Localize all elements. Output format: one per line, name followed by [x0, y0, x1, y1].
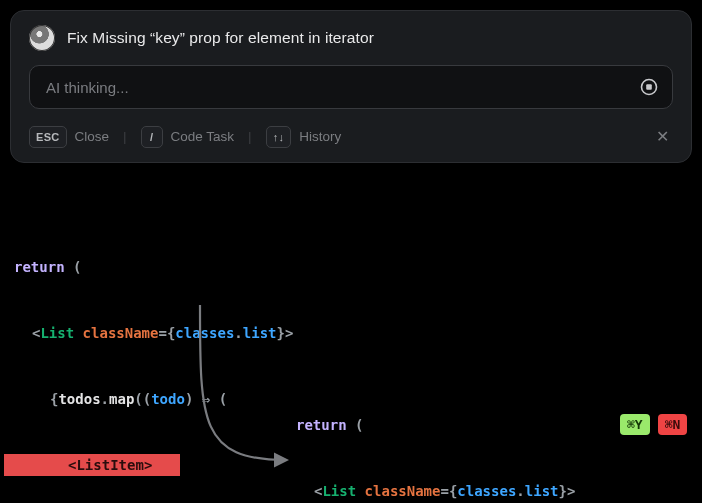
separator: |: [123, 129, 127, 144]
accept-reject-badges: ⌘Y ⌘N: [620, 414, 687, 435]
close-icon[interactable]: ✕: [652, 123, 673, 150]
tok-map: map: [109, 391, 134, 407]
accept-badge[interactable]: ⌘Y: [620, 414, 650, 435]
eq: =: [440, 483, 448, 499]
paren: (: [219, 391, 227, 407]
panel-actions: ESC Close | / Code Task | ↑↓ History ✕: [29, 123, 673, 150]
tok-classes: classes: [457, 483, 516, 499]
gt: >: [144, 457, 152, 473]
brace: }: [559, 483, 567, 499]
avatar: [29, 25, 55, 51]
codetask-action[interactable]: / Code Task: [141, 126, 235, 148]
kw-return: return: [14, 259, 65, 275]
history-action[interactable]: ↑↓ History: [266, 126, 342, 148]
stop-icon[interactable]: [640, 78, 658, 96]
tag-list: List: [322, 483, 356, 499]
gt: >: [285, 325, 293, 341]
close-label: Close: [75, 129, 110, 144]
paren: ): [185, 391, 193, 407]
codetask-label: Code Task: [171, 129, 235, 144]
tok-todo: todo: [151, 391, 185, 407]
attr-classname: className: [83, 325, 159, 341]
tag-listitem: ListItem: [76, 457, 143, 473]
attr-classname: className: [365, 483, 441, 499]
code-after: return ( <List className={classes.list}>…: [296, 370, 582, 503]
paren: ((: [134, 391, 151, 407]
tok-list: list: [525, 483, 559, 499]
eq: =: [158, 325, 166, 341]
slash-key: /: [141, 126, 163, 148]
tok-list: list: [243, 325, 277, 341]
separator: |: [248, 129, 252, 144]
arrow: ⇒: [202, 391, 210, 407]
paren: (: [73, 259, 81, 275]
reject-badge[interactable]: ⌘N: [658, 414, 688, 435]
dot: .: [234, 325, 242, 341]
ai-task-panel: Fix Missing “key” prop for element in it…: [10, 10, 692, 163]
svg-rect-1: [646, 84, 652, 90]
tag-list: List: [40, 325, 74, 341]
panel-title: Fix Missing “key” prop for element in it…: [67, 29, 374, 47]
esc-key: ESC: [29, 126, 67, 148]
paren: (: [355, 417, 363, 433]
history-label: History: [299, 129, 341, 144]
tok-todos: todos: [58, 391, 100, 407]
dot: .: [101, 391, 109, 407]
removed-line: <ListItem>: [4, 454, 180, 476]
tok-classes: classes: [175, 325, 234, 341]
brace: }: [277, 325, 285, 341]
kw-return: return: [296, 417, 347, 433]
code-before: return ( <List className={classes.list}>…: [14, 212, 293, 498]
ai-input[interactable]: [44, 78, 640, 97]
panel-header: Fix Missing “key” prop for element in it…: [29, 25, 673, 51]
arrows-key: ↑↓: [266, 126, 292, 148]
close-action[interactable]: ESC Close: [29, 126, 109, 148]
ai-input-row[interactable]: [29, 65, 673, 109]
dot: .: [516, 483, 524, 499]
gt: >: [567, 483, 575, 499]
